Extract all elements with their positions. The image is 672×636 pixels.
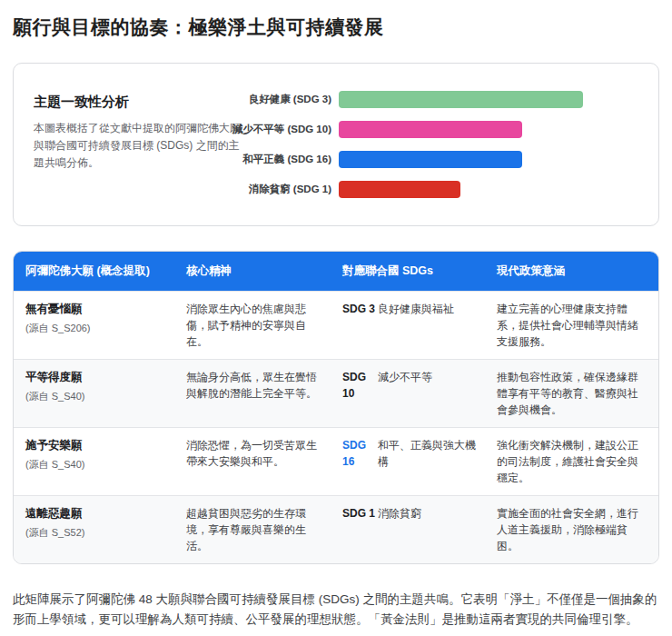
bar-label: 良好健康 (SDG 3) <box>232 93 339 106</box>
chart-bar <box>339 121 522 138</box>
sdg-name: 消除貧窮 <box>378 505 479 554</box>
chart-bar <box>339 181 460 198</box>
card-description: 本圖表概括了從文獻中提取的阿彌陀佛大願與聯合國可持續發展目標 (SDGs) 之間… <box>34 120 247 172</box>
column-header-vow: 阿彌陀佛大願 (概念提取) <box>14 263 174 279</box>
policy-cell: 推動包容性政策，確保邊緣群體享有平等的教育、醫療與社會參與機會。 <box>485 369 658 418</box>
vow-name: 無有憂惱願 <box>25 301 169 318</box>
sdg-code: SDG 1 <box>342 505 378 554</box>
vow-name: 施予安樂願 <box>25 437 169 454</box>
chart-bar-row: 和平正義 (SDG 16) <box>232 144 644 174</box>
bar-track <box>339 181 644 198</box>
sdg-name: 和平、正義與強大機構 <box>378 437 479 486</box>
table-row: 遠離惡趣願 (源自 S_S52) 超越貧困與惡劣的生存環境，享有尊嚴與喜樂的生活… <box>14 495 658 563</box>
table-row: 無有憂惱願 (源自 S_S206) 消除眾生內心的焦慮與悲傷，賦予精神的安寧與自… <box>14 291 658 359</box>
alignment-bar-chart: 良好健康 (SDG 3)減少不平等 (SDG 10)和平正義 (SDG 16)消… <box>232 84 644 204</box>
column-header-policy: 現代政策意涵 <box>485 263 658 279</box>
bar-label: 和平正義 (SDG 16) <box>232 153 339 166</box>
column-header-sdg: 對應聯合國 SDGs <box>331 263 485 279</box>
chart-bar-row: 良好健康 (SDG 3) <box>232 84 644 114</box>
bar-track <box>339 91 644 108</box>
core-spirit-cell: 超越貧困與惡劣的生存環境，享有尊嚴與喜樂的生活。 <box>174 505 331 554</box>
vow-source: (源自 S_S52) <box>25 525 169 541</box>
chart-bar-row: 減少不平等 (SDG 10) <box>232 114 644 144</box>
table-row: 平等得度願 (源自 S_S40) 無論身分高低，眾生在覺悟與解脫的潛能上完全平等… <box>14 359 658 427</box>
vow-source: (源自 S_S40) <box>25 389 169 404</box>
bar-label: 消除貧窮 (SDG 1) <box>232 183 339 196</box>
sdg-code: SDG 16 <box>342 437 378 486</box>
core-spirit-cell: 消除眾生內心的焦慮與悲傷，賦予精神的安寧與自在。 <box>174 301 331 350</box>
bar-track <box>339 121 644 138</box>
vow-name: 平等得度願 <box>25 369 169 386</box>
policy-cell: 建立完善的心理健康支持體系，提供社會心理輔導與情緒支援服務。 <box>485 301 658 350</box>
analysis-card-text: 主題一致性分析 本圖表概括了從文獻中提取的阿彌陀佛大願與聯合國可持續發展目標 (… <box>14 64 252 172</box>
chart-bar-row: 消除貧窮 (SDG 1) <box>232 174 644 204</box>
table-row: 施予安樂願 (源自 S_S40) 消除恐懼，為一切受苦眾生帶來大安樂與和平。 S… <box>14 427 658 495</box>
core-spirit-cell: 消除恐懼，為一切受苦眾生帶來大安樂與和平。 <box>174 437 331 486</box>
core-spirit-cell: 無論身分高低，眾生在覺悟與解脫的潛能上完全平等。 <box>174 369 331 418</box>
column-header-spirit: 核心精神 <box>174 263 331 279</box>
sdg-name: 良好健康與福祉 <box>378 301 479 350</box>
sdg-code: SDG 3 <box>342 301 378 350</box>
vow-source: (源自 S_S206) <box>25 321 169 336</box>
policy-cell: 強化衝突解決機制，建設公正的司法制度，維護社會安全與穩定。 <box>485 437 658 486</box>
sdg-code: SDG 10 <box>342 369 378 418</box>
analysis-card: 主題一致性分析 本圖表概括了從文獻中提取的阿彌陀佛大願與聯合國可持續發展目標 (… <box>13 63 659 226</box>
bar-label: 減少不平等 (SDG 10) <box>232 123 339 136</box>
vow-source: (源自 S_S40) <box>25 457 169 472</box>
bar-track <box>339 151 644 168</box>
summary-text: 此矩陣展示了阿彌陀佛 48 大願與聯合國可持續發展目標 (SDGs) 之間的主題… <box>13 590 659 630</box>
sdg-name: 減少不平等 <box>378 369 479 418</box>
card-heading: 主題一致性分析 <box>34 94 252 111</box>
page-title: 願行與目標的協奏：極樂淨土與可持續發展 <box>13 15 659 40</box>
table-header-row: 阿彌陀佛大願 (概念提取) 核心精神 對應聯合國 SDGs 現代政策意涵 <box>14 252 658 291</box>
sdg-mapping-table: 阿彌陀佛大願 (概念提取) 核心精神 對應聯合國 SDGs 現代政策意涵 無有憂… <box>13 251 659 564</box>
vow-name: 遠離惡趣願 <box>25 505 169 522</box>
chart-bar <box>339 91 583 108</box>
chart-bar <box>339 151 522 168</box>
policy-cell: 實施全面的社會安全網，進行人道主義援助，消除極端貧困。 <box>485 505 658 554</box>
